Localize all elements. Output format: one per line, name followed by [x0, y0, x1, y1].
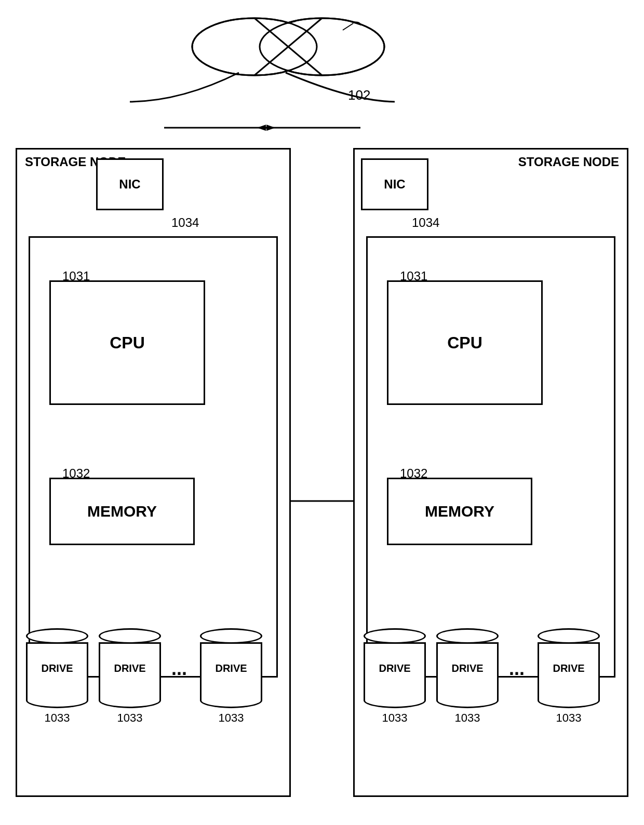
cpu-right: CPU	[387, 280, 543, 405]
drive-2-left-label: 1033	[117, 711, 143, 725]
drive-3-left-bottom	[200, 693, 262, 708]
drive-1-right-bottom	[364, 693, 426, 708]
drive-3-left: DRIVE 1033	[200, 628, 262, 725]
memory-right: MEMORY	[387, 478, 532, 545]
memory-left: MEMORY	[49, 478, 195, 545]
drive-2-right-top	[436, 628, 499, 644]
drive-2-right: DRIVE 1033	[436, 628, 499, 725]
label-102: 102	[348, 87, 370, 103]
drive-group-right: DRIVE 1033 DRIVE 1033 ... DRIVE 1033	[364, 628, 600, 725]
drive-1-right: DRIVE 1033	[364, 628, 426, 725]
diagram-container: 103 103 102 STORAGE NODE STORAGE NODE NI…	[0, 57, 644, 810]
nic-left: NIC	[96, 158, 164, 210]
drive-2-right-body: DRIVE	[436, 642, 499, 694]
drive-2-left-body: DRIVE	[99, 642, 161, 694]
drive-1-left: DRIVE 1033	[26, 628, 88, 725]
drive-2-left: DRIVE 1033	[99, 628, 161, 725]
label-1034-right: 1034	[412, 215, 439, 230]
drive-group-left: DRIVE 1033 DRIVE 1033 ... DRIVE 1033	[26, 628, 262, 725]
drive-3-left-top	[200, 628, 262, 644]
nic-right: NIC	[361, 158, 428, 210]
drive-3-right-body: DRIVE	[538, 642, 600, 694]
drive-3-left-body: DRIVE	[200, 642, 262, 694]
drive-3-right-label: 1033	[556, 711, 582, 725]
drive-1-left-label: 1033	[45, 711, 70, 725]
drive-1-right-top	[364, 628, 426, 644]
page-title: FIG. 2	[0, 16, 644, 47]
drive-2-right-label: 1033	[455, 711, 480, 725]
drive-3-right-bottom	[538, 693, 600, 708]
drive-3-right: DRIVE 1033	[538, 628, 600, 725]
drive-2-left-bottom	[99, 693, 161, 708]
drive-1-left-top	[26, 628, 88, 644]
drive-1-left-bottom	[26, 693, 88, 708]
drive-2-right-bottom	[436, 693, 499, 708]
drive-2-left-top	[99, 628, 161, 644]
cpu-left: CPU	[49, 280, 205, 405]
drive-1-left-body: DRIVE	[26, 642, 88, 694]
storage-node-right-label: STORAGE NODE	[518, 155, 619, 169]
dots-right: ...	[509, 658, 525, 680]
drive-1-right-body: DRIVE	[364, 642, 426, 694]
label-1034-left: 1034	[171, 215, 199, 230]
drive-3-left-label: 1033	[219, 711, 244, 725]
drive-3-right-top	[538, 628, 600, 644]
drive-1-right-label: 1033	[382, 711, 408, 725]
dots-left: ...	[171, 658, 187, 680]
